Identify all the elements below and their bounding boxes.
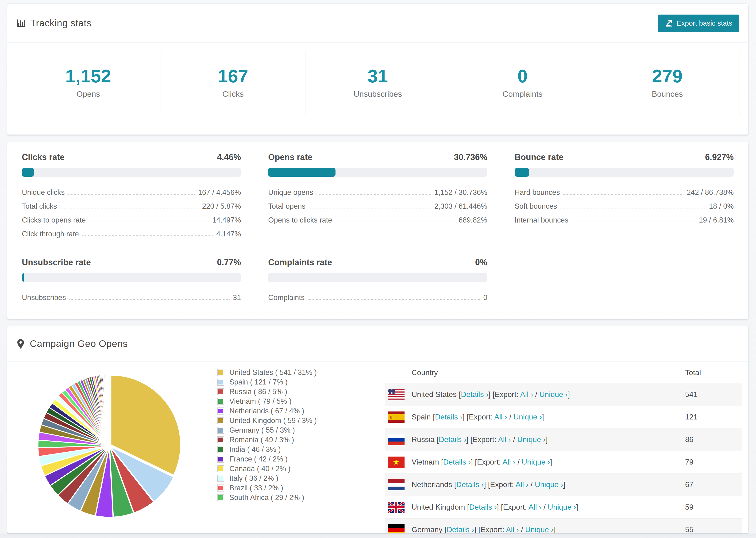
geo-table-row-es: Spain [Details ›] [Export: All › / Uniqu… bbox=[385, 405, 742, 428]
page-title: Tracking stats bbox=[30, 18, 91, 28]
legend-swatch bbox=[217, 379, 224, 386]
details-link[interactable]: Details › bbox=[469, 503, 497, 511]
stat-line: Internal bounces 19 / 6.81% bbox=[514, 213, 734, 227]
rate-block-unsubscribe-rate: Unsubscribe rate 0.77% Unsubscribes 31 bbox=[22, 257, 241, 304]
export-all-link[interactable]: All › bbox=[506, 525, 519, 534]
stat-label: Clicks bbox=[161, 89, 305, 99]
export-unique-link[interactable]: Unique › bbox=[548, 503, 576, 511]
es-flag-icon bbox=[388, 411, 405, 423]
rate-value: 30.736% bbox=[454, 152, 487, 162]
rate-progress-bar bbox=[268, 168, 487, 177]
export-all-link[interactable]: All › bbox=[494, 413, 507, 421]
export-unique-link[interactable]: Unique › bbox=[539, 390, 568, 399]
gb-flag-icon bbox=[388, 502, 405, 513]
geo-card: Campaign Geo Opens United States ( 541 /… bbox=[7, 326, 748, 534]
rate-progress-fill bbox=[268, 168, 336, 177]
country-cell: United Kingdom [Details ›] [Export: All … bbox=[411, 503, 578, 511]
legend-label: France ( 42 / 2% ) bbox=[229, 455, 288, 463]
export-all-link[interactable]: All › bbox=[498, 435, 511, 444]
legend-item-united-states: United States ( 541 / 31% ) bbox=[217, 368, 385, 377]
legend-label: Netherlands ( 67 / 4% ) bbox=[229, 407, 304, 415]
stat-line: Total clicks 220 / 5.87% bbox=[22, 199, 241, 213]
stat-line: Complaints 0 bbox=[268, 290, 487, 304]
legend-swatch bbox=[217, 427, 224, 434]
legend-item-canada: Canada ( 40 / 2% ) bbox=[217, 464, 385, 473]
legend-swatch bbox=[217, 388, 224, 395]
legend-label: South Africa ( 29 / 2% ) bbox=[229, 493, 304, 502]
stat-line-label: Complaints bbox=[268, 294, 304, 301]
export-all-link[interactable]: All › bbox=[503, 458, 515, 466]
total-cell: 121 bbox=[685, 413, 698, 421]
stat-line-value: 167 / 4.456% bbox=[198, 189, 241, 196]
stat-line-value: 14.497% bbox=[212, 216, 241, 224]
export-unique-link[interactable]: Unique › bbox=[513, 413, 542, 421]
export-all-link[interactable]: All › bbox=[520, 390, 533, 399]
legend-swatch bbox=[217, 484, 224, 492]
country-column-header: Country bbox=[411, 368, 438, 377]
stat-line: Unique clicks 167 / 4.456% bbox=[22, 185, 241, 199]
geo-table-row-vn: Vietnam [Details ›] [Export: All › / Uni… bbox=[385, 451, 742, 473]
stat-opens: 1,152 Opens bbox=[16, 50, 161, 114]
total-column-header: Total bbox=[685, 368, 701, 377]
country-cell: Germany [Details ›] [Export: All › / Uni… bbox=[411, 525, 556, 534]
legend-item-italy: Italy ( 36 / 2% ) bbox=[217, 473, 385, 483]
export-unique-link[interactable]: Unique › bbox=[535, 480, 563, 489]
country-cell: United States [Details ›] [Export: All ›… bbox=[411, 390, 570, 399]
details-link[interactable]: Details › bbox=[461, 390, 488, 399]
stat-line-value: 2,303 / 61.446% bbox=[434, 202, 487, 210]
total-cell: 59 bbox=[685, 503, 693, 511]
rate-progress-bar bbox=[514, 168, 734, 177]
stat-label: Opens bbox=[16, 89, 161, 99]
rate-progress-bar bbox=[268, 273, 487, 282]
legend-label: Vietnam ( 79 / 5% ) bbox=[229, 397, 292, 405]
details-link[interactable]: Details › bbox=[443, 458, 471, 466]
country-cell: Russia [Details ›] [Export: All › / Uniq… bbox=[411, 435, 548, 444]
stat-unsubscribes: 31 Unsubscribes bbox=[305, 50, 450, 114]
legend-label: Romania ( 49 / 3% ) bbox=[229, 436, 294, 444]
export-all-link[interactable]: All › bbox=[515, 480, 528, 489]
stat-line: Clicks to opens rate 14.497% bbox=[22, 213, 241, 227]
legend-item-romania: Romania ( 49 / 3% ) bbox=[217, 435, 385, 445]
legend-swatch bbox=[217, 398, 224, 405]
legend-swatch bbox=[217, 407, 224, 414]
stat-line-value: 0 bbox=[483, 294, 487, 301]
geo-table: Country Total United States [Details ›] … bbox=[385, 361, 742, 534]
stat-complaints: 0 Complaints bbox=[450, 50, 595, 114]
stat-line: Total opens 2,303 / 61.446% bbox=[268, 199, 487, 213]
page: Tracking stats Export basic stats 1,152 … bbox=[0, 0, 756, 538]
export-all-link[interactable]: All › bbox=[528, 503, 541, 511]
dotted-leader bbox=[69, 299, 230, 300]
legend-swatch bbox=[217, 417, 224, 424]
stat-line-label: Unsubscribes bbox=[22, 294, 66, 301]
dotted-leader bbox=[82, 236, 213, 236]
stat-value: 0 bbox=[450, 67, 595, 85]
details-link[interactable]: Details › bbox=[447, 525, 474, 534]
legend-swatch bbox=[217, 369, 224, 376]
stat-line: Unsubscribes 31 bbox=[22, 290, 241, 304]
geo-title: Campaign Geo Opens bbox=[16, 338, 128, 349]
stat-value: 31 bbox=[305, 67, 450, 85]
rates-grid: Clicks rate 4.46% Unique clicks 167 / 4.… bbox=[22, 152, 734, 304]
details-link[interactable]: Details › bbox=[439, 435, 466, 444]
stat-line-value: 220 / 5.87% bbox=[202, 202, 241, 210]
details-link[interactable]: Details › bbox=[435, 413, 462, 421]
rate-title: Unsubscribe rate bbox=[22, 257, 91, 267]
stat-label: Complaints bbox=[450, 89, 595, 99]
export-unique-link[interactable]: Unique › bbox=[525, 525, 554, 534]
export-basic-stats-button[interactable]: Export basic stats bbox=[658, 15, 739, 32]
pie-chart-svg bbox=[31, 362, 188, 527]
legend-swatch bbox=[217, 475, 224, 482]
rate-title: Opens rate bbox=[268, 152, 312, 162]
details-link[interactable]: Details › bbox=[456, 480, 484, 489]
legend-swatch bbox=[217, 494, 224, 501]
stats-summary: 1,152 Opens 167 Clicks 31 Unsubscribes 0… bbox=[16, 50, 740, 114]
export-icon bbox=[665, 19, 673, 27]
export-unique-link[interactable]: Unique › bbox=[522, 458, 550, 466]
export-unique-link[interactable]: Unique › bbox=[517, 435, 546, 444]
tracking-stats-title: Tracking stats bbox=[16, 18, 91, 28]
stat-line-label: Unique clicks bbox=[22, 189, 65, 196]
rate-progress-bar bbox=[22, 273, 241, 282]
legend-label: United Kingdom ( 59 / 3% ) bbox=[229, 416, 317, 425]
rates-card: Clicks rate 4.46% Unique clicks 167 / 4.… bbox=[7, 142, 748, 319]
stat-value: 1,152 bbox=[16, 67, 161, 85]
